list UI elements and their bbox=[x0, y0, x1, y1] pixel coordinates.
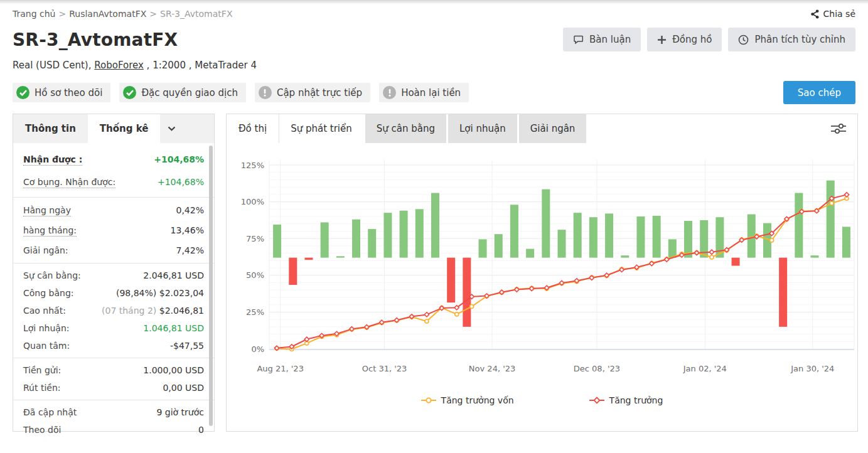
legend-item-0[interactable]: Tăng trưởng vốn bbox=[421, 395, 514, 405]
bar-1 bbox=[289, 258, 297, 285]
breadcrumb-item[interactable]: RuslanAvtomatFX bbox=[69, 9, 146, 19]
subtitle-prefix: Real (USD Cent), bbox=[13, 60, 94, 71]
stat-value: (98,84%) $2.023,04 bbox=[116, 288, 204, 298]
badge-label: Cập nhật trực tiếp bbox=[277, 87, 362, 99]
sidebar-tabbar: Thông tinThống kê bbox=[13, 114, 214, 143]
bar-35 bbox=[827, 181, 835, 258]
bar-36 bbox=[842, 226, 850, 257]
breadcrumb-separator: > bbox=[58, 9, 66, 19]
stat-value: -$47,55 bbox=[170, 341, 204, 351]
stats-sidebar: Thông tinThống kê Nhận được :+104,68%Cơ … bbox=[13, 114, 215, 432]
chart-tabs: Sự phát triểnSự cân bằngLợi nhuậnGiải ng… bbox=[279, 114, 586, 143]
page-header: Trang chủ>RuslanAvtomatFX>SR-3_AvtomatFX… bbox=[0, 4, 868, 104]
growth-chart: 0%25%50%75%100%125%Aug 21, '23Oct 31, '2… bbox=[227, 143, 857, 392]
chart-tab-2[interactable]: Lợi nhuận bbox=[448, 114, 517, 143]
stat-label: Lợi nhuận: bbox=[23, 323, 70, 333]
stat-label: Giải ngân: bbox=[23, 245, 68, 255]
bar-3 bbox=[321, 222, 329, 257]
chart-tab-1[interactable]: Sự cân bằng bbox=[365, 114, 446, 143]
stat-row: Cơ bụng. Nhận được:+104,68% bbox=[13, 171, 214, 194]
stat-row: hàng tháng:13,46% bbox=[13, 221, 214, 241]
stat-value: 2.046,81 USD bbox=[143, 270, 204, 280]
exclamation-icon bbox=[259, 86, 272, 99]
bar-19 bbox=[574, 213, 582, 257]
stat-label: Sự cân bằng: bbox=[23, 270, 81, 280]
broker-link[interactable]: RoboForex bbox=[94, 60, 144, 71]
stat-row: Theo dõi0 bbox=[13, 421, 214, 439]
stat-row: Nhận được :+104,68% bbox=[13, 149, 214, 171]
bar-7 bbox=[383, 213, 392, 257]
stat-label: Theo dõi bbox=[23, 425, 61, 435]
chart-tab-0[interactable]: Sự phát triển bbox=[279, 114, 363, 143]
sidebar-tab-1[interactable]: Thống kê bbox=[88, 114, 161, 143]
sliders-icon bbox=[830, 122, 847, 136]
stats-group-4: Đã cập nhật9 giờ trướcTheo dõi0 bbox=[13, 400, 214, 442]
badge-label: Đặc quyền giao dịch bbox=[141, 87, 238, 99]
legend-label: Tăng trưởng bbox=[609, 395, 663, 405]
sidebar-tab-0[interactable]: Thông tin bbox=[13, 114, 88, 143]
bar-12 bbox=[463, 258, 471, 327]
header-button-1[interactable]: Đồng hồ bbox=[647, 28, 722, 51]
bar-20 bbox=[589, 217, 597, 257]
stat-row: Sự cân bằng:2.046,81 USD bbox=[13, 267, 214, 284]
header-button-label: Bàn luận bbox=[589, 34, 631, 45]
stat-label: Cơ bụng. Nhận được: bbox=[23, 177, 115, 188]
svg-text:Dec 08, '23: Dec 08, '23 bbox=[574, 364, 620, 373]
stat-row: Rút tiền:0,00 USD bbox=[13, 379, 214, 397]
stats-group-0: Nhận được :+104,68%Cơ bụng. Nhận được:+1… bbox=[13, 146, 214, 197]
stat-value-muted: (07 tháng 2) bbox=[102, 306, 159, 316]
breadcrumb-item[interactable]: Trang chủ bbox=[13, 9, 55, 19]
stat-value: 0,42% bbox=[176, 205, 204, 215]
stat-value: 1.046,81 USD bbox=[143, 323, 204, 333]
bar-25 bbox=[668, 239, 677, 257]
stat-label: Tiền gửi: bbox=[23, 365, 61, 375]
header-button-0[interactable]: Bàn luận bbox=[563, 28, 641, 51]
bar-4 bbox=[336, 256, 345, 257]
header-buttons: Bàn luậnĐồng hồPhân tích tùy chỉnh bbox=[563, 28, 855, 51]
copy-button[interactable]: Sao chép bbox=[783, 81, 855, 104]
exclamation-icon bbox=[383, 86, 396, 99]
bar-23 bbox=[636, 216, 645, 258]
stat-row: Đã cập nhật9 giờ trước bbox=[13, 403, 214, 421]
stat-value: 9 giờ trước bbox=[156, 407, 204, 417]
share-icon bbox=[810, 9, 820, 19]
stat-value: +104,68% bbox=[154, 154, 204, 164]
stat-label: Cao nhất: bbox=[23, 306, 66, 316]
bar-32 bbox=[779, 258, 787, 327]
main-content: Thông tinThống kê Nhận được :+104,68%Cơ … bbox=[0, 114, 868, 432]
legend-item-1[interactable]: Tăng trưởng bbox=[589, 395, 663, 405]
sidebar-scrollbar[interactable] bbox=[209, 146, 213, 426]
breadcrumb-item: SR-3_AvtomatFX bbox=[160, 9, 232, 19]
stats-list: Nhận được :+104,68%Cơ bụng. Nhận được:+1… bbox=[13, 143, 214, 442]
svg-text:0%: 0% bbox=[251, 344, 264, 354]
check-icon bbox=[16, 86, 29, 99]
share-button[interactable]: Chia sẻ bbox=[810, 9, 855, 19]
chart-tab-3[interactable]: Giải ngân bbox=[519, 114, 587, 143]
stat-value: 1.000,00 USD bbox=[143, 365, 204, 375]
bar-15 bbox=[510, 205, 518, 257]
bar-33 bbox=[795, 193, 803, 258]
chevron-down-icon[interactable] bbox=[160, 114, 183, 143]
bar-16 bbox=[526, 249, 534, 258]
bar-18 bbox=[558, 230, 566, 258]
svg-text:75%: 75% bbox=[246, 234, 264, 243]
header-button-2[interactable]: Phân tích tùy chỉnh bbox=[728, 28, 855, 51]
stats-group-3: Tiền gửi:1.000,00 USDRút tiền:0,00 USD bbox=[13, 358, 214, 400]
account-subtitle: Real (USD Cent), RoboForex , 1:2000 , Me… bbox=[13, 60, 855, 71]
subtitle-suffix: , 1:2000 , MetaTrader 4 bbox=[144, 60, 257, 71]
stat-label: Đã cập nhật bbox=[23, 407, 77, 417]
svg-text:125%: 125% bbox=[241, 161, 264, 170]
bar-29 bbox=[732, 258, 740, 266]
bar-10 bbox=[431, 193, 439, 258]
stat-row: Lợi nhuận:1.046,81 USD bbox=[13, 319, 214, 337]
tab-chart[interactable]: Đồ thị bbox=[227, 114, 279, 143]
bar-5 bbox=[352, 220, 360, 258]
badge-label: Hồ sơ theo dõi bbox=[35, 87, 102, 99]
header-button-label: Đồng hồ bbox=[672, 34, 712, 45]
bar-9 bbox=[415, 209, 424, 257]
badge-label: Hoàn lại tiền bbox=[401, 87, 461, 99]
stat-label: Hằng ngày bbox=[23, 205, 71, 216]
breadcrumb: Trang chủ>RuslanAvtomatFX>SR-3_AvtomatFX bbox=[13, 9, 232, 19]
filter-button[interactable] bbox=[820, 114, 857, 143]
status-badge: Hồ sơ theo dõi bbox=[13, 83, 110, 102]
